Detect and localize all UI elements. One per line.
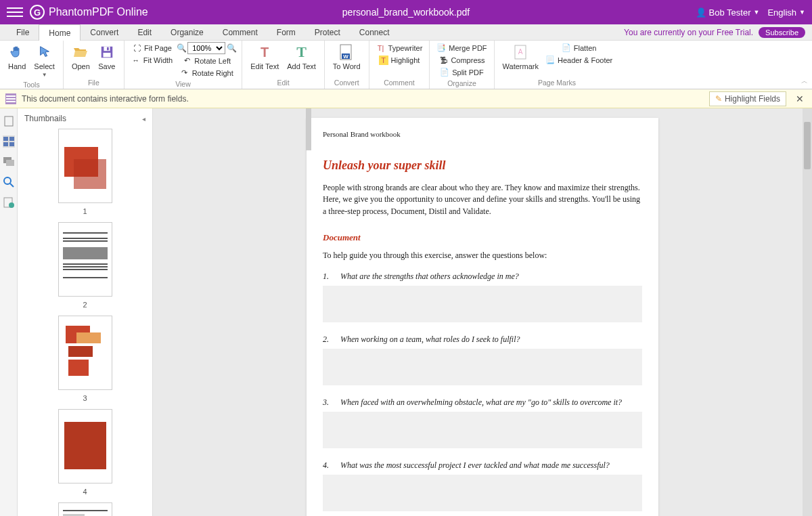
page-panel-icon[interactable] (3, 115, 15, 127)
question-text: What was the most successful project I e… (340, 460, 610, 471)
select-tool-button[interactable]: Select ▼ (31, 42, 58, 79)
highlighter-icon: ✎ (715, 94, 722, 104)
form-field-2[interactable] (323, 349, 642, 385)
question-text: When faced with an overwhelming obstacle… (340, 397, 622, 408)
highlight-icon: T (379, 56, 388, 65)
menu-toggle-button[interactable] (7, 4, 23, 20)
compress-icon: 🗜 (438, 56, 448, 65)
zoom-in-icon[interactable]: 🔍 (227, 43, 236, 53)
hand-icon (8, 43, 26, 61)
open-button[interactable]: Open (69, 42, 93, 72)
word-icon: W (338, 43, 355, 61)
menu-comment[interactable]: Comment (213, 24, 267, 40)
ribbon-group-page-marks: A Watermark 📄Flatten 📃Header & Footer Pa… (495, 41, 620, 89)
fit-width-button[interactable]: ↔Fit Width (130, 54, 174, 66)
ribbon-group-comment: T|Typewriter THighlight Comment (369, 41, 430, 89)
svg-point-16 (4, 177, 11, 184)
page-heading: Unleash your super skill (323, 158, 642, 173)
zoom-out-icon[interactable]: 🔍 (177, 43, 186, 53)
hand-tool-button[interactable]: Hand (5, 42, 28, 72)
watermark-button[interactable]: A Watermark (500, 42, 541, 72)
fit-page-button[interactable]: ⛶Fit Page (130, 42, 174, 53)
save-button[interactable]: Save (95, 42, 118, 72)
flatten-icon: 📄 (562, 43, 571, 53)
menu-protect[interactable]: Protect (305, 24, 350, 40)
compress-button[interactable]: 🗜Compress (435, 54, 488, 66)
header-footer-button[interactable]: 📃Header & Footer (544, 54, 614, 66)
form-field-1[interactable] (323, 286, 642, 322)
ribbon-group-file: Open Save File (64, 41, 125, 89)
menu-edit[interactable]: Edit (128, 24, 161, 40)
menubar: File Home Convert Edit Organize Comment … (0, 24, 812, 41)
thumbnail-page-2[interactable] (58, 222, 112, 297)
svg-rect-13 (9, 142, 14, 146)
comments-panel-icon[interactable] (3, 156, 15, 168)
highlight-fields-button[interactable]: ✎ Highlight Fields (709, 91, 786, 106)
infobar-message: This document contains interactive form … (22, 94, 189, 104)
signatures-panel-icon[interactable] (3, 196, 15, 209)
language-label: English (767, 7, 796, 18)
menu-connect[interactable]: Connect (350, 24, 399, 40)
folder-open-icon (72, 43, 89, 61)
thumbnail-page-4[interactable] (58, 409, 112, 483)
menu-convert[interactable]: Convert (81, 24, 128, 40)
language-menu[interactable]: English ▼ (767, 7, 805, 18)
svg-rect-3 (103, 53, 110, 57)
merge-icon: 📑 (436, 43, 446, 53)
zoom-select[interactable]: 100% (187, 42, 225, 54)
infobar-close-button[interactable]: ✕ (793, 93, 807, 104)
thumbnail-page-3[interactable] (58, 316, 112, 390)
svg-point-19 (9, 202, 14, 208)
ribbon-collapse-button[interactable]: ︿ (801, 77, 808, 86)
form-field-3[interactable] (323, 412, 642, 448)
scrollbar-thumb[interactable] (804, 122, 811, 169)
svg-rect-15 (6, 160, 14, 166)
search-panel-icon[interactable] (3, 176, 15, 188)
add-text-button[interactable]: T Add Text (284, 42, 319, 72)
question-text: What are the strengths that others ackno… (340, 272, 519, 282)
thumbnails-list[interactable]: 1 2 3 4 (18, 129, 152, 516)
thumbnails-panel-icon[interactable] (3, 135, 15, 148)
highlight-button[interactable]: THighlight (375, 54, 424, 66)
menu-form[interactable]: Form (267, 24, 305, 40)
user-menu[interactable]: 👤 Bob Tester ▼ (696, 7, 760, 18)
form-field-4[interactable] (323, 475, 642, 511)
cursor-icon (36, 43, 53, 61)
rotate-right-icon: ↷ (180, 68, 189, 78)
thumbnails-title: Thumbnails (24, 114, 66, 123)
app-logo: G PhantomPDF Online (30, 5, 148, 20)
menu-file[interactable]: File (7, 24, 39, 40)
titlebar: G PhantomPDF Online personal_brand_workb… (0, 0, 812, 24)
thumbnails-collapse-button[interactable]: ◂ (142, 115, 145, 123)
ribbon-group-edit: T Edit Text T Add Text Edit (242, 41, 325, 89)
app-name: PhantomPDF Online (49, 6, 148, 18)
main-area: Thumbnails ◂ 1 2 3 4 Personal Bra (0, 108, 812, 516)
ribbon-group-convert: W To Word Convert (325, 41, 369, 89)
menu-home[interactable]: Home (39, 24, 81, 41)
rotate-left-button[interactable]: ↶Rotate Left (177, 55, 236, 66)
user-name: Bob Tester (709, 7, 751, 18)
vertical-scrollbar[interactable] (803, 108, 812, 516)
rotate-right-button[interactable]: ↷Rotate Right (177, 67, 236, 79)
split-pdf-button[interactable]: 📄Split PDF (435, 66, 488, 78)
edit-text-button[interactable]: T Edit Text (248, 42, 281, 72)
thumbnails-panel: Thumbnails ◂ 1 2 3 4 (18, 108, 153, 516)
svg-line-17 (10, 184, 14, 187)
thumbnail-page-1[interactable] (58, 129, 112, 203)
typewriter-button[interactable]: T|Typewriter (375, 42, 424, 53)
pdf-page: Personal Brand workbook Unleash your sup… (307, 118, 658, 516)
thumbnail-page-5[interactable] (58, 502, 112, 516)
svg-rect-11 (9, 137, 14, 141)
svg-text:W: W (343, 53, 348, 60)
foxit-logo-icon: G (30, 5, 45, 20)
thumbnail-number: 3 (24, 394, 145, 402)
merge-pdf-button[interactable]: 📑Merge PDF (435, 42, 488, 53)
subscribe-button[interactable]: Subscribe (759, 27, 805, 38)
svg-rect-9 (5, 116, 13, 126)
flatten-button[interactable]: 📄Flatten (544, 42, 614, 53)
to-word-button[interactable]: W To Word (330, 42, 363, 72)
menu-organize[interactable]: Organize (161, 24, 213, 40)
split-icon: 📄 (440, 68, 449, 77)
document-viewer[interactable]: Personal Brand workbook Unleash your sup… (153, 108, 812, 516)
panel-resize-handle[interactable] (306, 108, 311, 150)
